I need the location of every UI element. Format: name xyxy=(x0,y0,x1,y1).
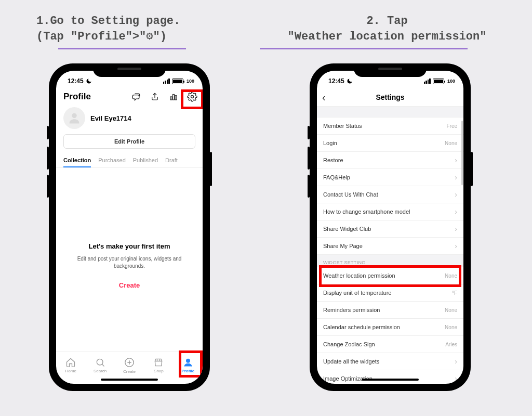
row-value: °F xyxy=(452,290,457,296)
settings-row[interactable]: Member StatusFree xyxy=(317,118,463,135)
nav-search[interactable]: Search xyxy=(85,352,114,379)
row-value: None xyxy=(445,140,457,146)
row-label: Reminders permission xyxy=(323,307,380,313)
nav-label: Create xyxy=(123,369,136,374)
row-label: How to change smartphone model xyxy=(323,209,410,215)
settings-row[interactable]: Contact Us With Chat› xyxy=(317,186,463,203)
battery-icon xyxy=(172,79,183,84)
clock: 12:45 xyxy=(68,77,84,85)
battery-label: 100 xyxy=(187,79,194,84)
moon-icon xyxy=(86,78,92,84)
profile-tabs: Collection Purchased Published Draft xyxy=(56,154,203,168)
row-label: Contact Us With Chat xyxy=(323,191,378,198)
nav-create[interactable]: Create xyxy=(115,352,144,379)
settings-row[interactable]: LoginNone xyxy=(317,135,463,152)
row-label: Share Widget Club xyxy=(323,226,371,232)
row-value: › xyxy=(455,173,457,181)
phone-mockup-settings: 12:45 100 ‹ Settings Member StatusFreeLo… xyxy=(310,63,471,391)
chat-icon[interactable] xyxy=(131,92,141,102)
row-label: Update all the widgets xyxy=(323,358,379,365)
clock: 12:45 xyxy=(328,77,344,85)
highlight-gear xyxy=(181,89,203,109)
page-title: Profile xyxy=(63,92,91,102)
settings-navbar: ‹ Settings xyxy=(317,88,463,106)
underline xyxy=(260,48,468,49)
underline xyxy=(58,48,186,49)
nav-label: Search xyxy=(94,369,107,373)
caption-text: 2. Tap xyxy=(366,15,407,28)
settings-row[interactable]: How to change smartphone model› xyxy=(317,203,463,220)
bar-chart-icon[interactable] xyxy=(168,92,179,102)
settings-row[interactable]: Reminders permissionNone xyxy=(317,302,463,319)
nav-home[interactable]: Home xyxy=(56,352,85,379)
nav-label: Home xyxy=(65,369,76,373)
caption-text: (Tap "Profile">"⚙") xyxy=(36,30,167,43)
tab-purchased[interactable]: Purchased xyxy=(98,154,126,167)
row-value: › xyxy=(455,225,457,233)
highlight-weather-permission xyxy=(319,265,461,287)
settings-row[interactable]: FAQ&Help› xyxy=(317,169,463,186)
row-value: › xyxy=(455,190,457,199)
settings-row[interactable]: Display unit of temperature°F xyxy=(317,284,463,302)
settings-row[interactable]: Image Optimization› xyxy=(317,370,463,384)
row-label: Share My Page xyxy=(323,243,363,249)
step1-caption: 1.Go to Setting page. (Tap "Profile">"⚙"… xyxy=(36,14,180,44)
back-button[interactable]: ‹ xyxy=(322,92,326,103)
row-label: Display unit of temperature xyxy=(323,290,391,296)
row-label: Calendar schedule permission xyxy=(323,324,400,330)
svg-point-4 xyxy=(72,113,76,118)
row-value: › xyxy=(455,207,457,216)
row-value: › xyxy=(455,374,457,383)
nav-label: Shop xyxy=(154,369,164,373)
moon-icon xyxy=(347,78,353,84)
edit-profile-button[interactable]: Edit Profile xyxy=(63,134,195,149)
battery-label: 100 xyxy=(447,79,455,84)
row-label: Login xyxy=(323,140,337,146)
svg-rect-2 xyxy=(175,96,177,100)
caption-text: 1.Go to Setting page. xyxy=(36,15,180,28)
row-value: Free xyxy=(446,123,457,129)
row-value: None xyxy=(445,307,457,313)
empty-body: Edit and post your original icons, widge… xyxy=(70,255,189,270)
empty-state: Let's make your first item Edit and post… xyxy=(56,242,203,289)
settings-row[interactable]: Calendar schedule permissionNone xyxy=(317,319,463,336)
settings-row[interactable]: Share Widget Club› xyxy=(317,220,463,238)
row-value: None xyxy=(445,324,457,330)
settings-row[interactable]: Share My Page› xyxy=(317,238,463,255)
battery-icon xyxy=(433,79,444,84)
row-value: › xyxy=(455,357,457,366)
row-label: FAQ&Help xyxy=(323,174,350,180)
settings-row[interactable]: Update all the widgets› xyxy=(317,353,463,370)
caption-text: "Weather location permission" xyxy=(288,30,487,43)
page-title: Settings xyxy=(376,93,404,101)
tab-draft[interactable]: Draft xyxy=(165,154,178,167)
row-value: › xyxy=(455,242,457,250)
phone-mockup-profile: 12:45 100 Profile xyxy=(49,63,210,391)
signal-icon xyxy=(163,79,170,84)
username: Evil Eye1714 xyxy=(90,114,131,122)
svg-rect-0 xyxy=(170,97,172,100)
settings-row[interactable]: Restore› xyxy=(317,152,463,169)
step2-caption: 2. Tap "Weather location permission" xyxy=(255,14,520,44)
scrollbar[interactable] xyxy=(461,121,463,185)
home-indicator xyxy=(101,379,158,381)
nav-shop[interactable]: Shop xyxy=(144,352,173,379)
row-label: Change Zodiac Sign xyxy=(323,341,375,347)
home-indicator xyxy=(362,379,419,381)
settings-row[interactable]: Weather location permissionNone xyxy=(317,267,463,284)
row-value: › xyxy=(455,156,457,164)
create-link[interactable]: Create xyxy=(70,281,189,289)
signal-icon xyxy=(424,79,431,84)
row-value: Aries xyxy=(445,342,457,347)
settings-list[interactable]: Member StatusFreeLoginNoneRestore›FAQ&He… xyxy=(317,118,463,384)
tab-published[interactable]: Published xyxy=(133,154,158,167)
highlight-profile-tab xyxy=(179,350,203,378)
avatar[interactable] xyxy=(63,107,85,129)
svg-point-5 xyxy=(97,359,103,365)
tab-collection[interactable]: Collection xyxy=(63,154,91,167)
row-label: Member Status xyxy=(323,123,362,129)
share-icon[interactable] xyxy=(150,92,160,102)
row-label: Restore xyxy=(323,157,343,163)
empty-title: Let's make your first item xyxy=(70,242,189,250)
settings-row[interactable]: Change Zodiac SignAries xyxy=(317,336,463,353)
